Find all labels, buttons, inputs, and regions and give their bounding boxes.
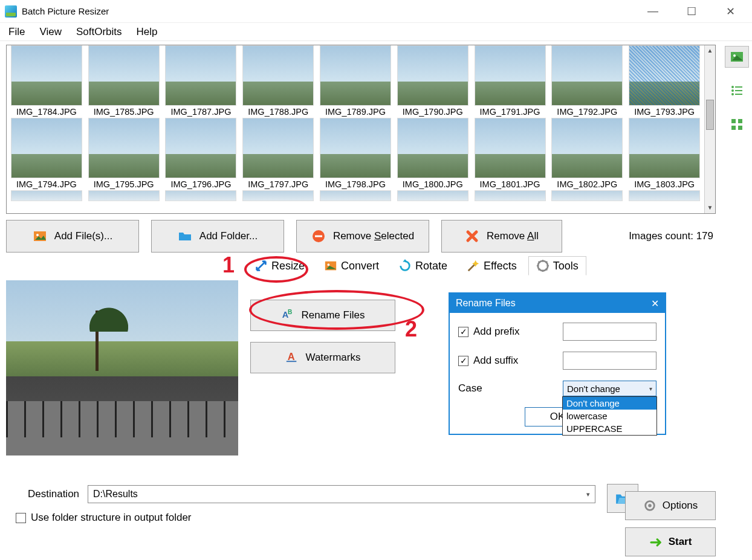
folder-icon <box>178 229 192 243</box>
thumbnail[interactable] <box>164 190 239 201</box>
tab-effects[interactable]: Effects <box>459 256 525 275</box>
grid-icon <box>730 117 744 132</box>
sidebar-grid-button[interactable] <box>725 114 749 135</box>
destination-combo[interactable]: D:\Results ▾ <box>88 485 595 503</box>
case-label: Case <box>458 382 556 394</box>
menu-help[interactable]: Help <box>131 25 164 39</box>
remove-icon <box>311 229 326 243</box>
thumbnail[interactable] <box>9 190 84 201</box>
dialog-close-icon[interactable]: ✕ <box>651 298 659 309</box>
thumbnail[interactable] <box>86 190 161 201</box>
tab-resize[interactable]: Resize <box>247 256 313 275</box>
thumbnail-scrollbar[interactable]: ▲ ▼ <box>704 45 715 213</box>
watermarks-button[interactable]: A Watermarks <box>250 342 395 373</box>
thumbnail-label: IMG_1791.JPG <box>480 107 540 117</box>
delete-icon <box>465 229 479 243</box>
tab-convert[interactable]: Convert <box>316 256 387 275</box>
thumbnail[interactable]: IMG_1800.JPG <box>395 118 470 189</box>
tab-rotate[interactable]: Rotate <box>391 256 455 275</box>
suffix-input[interactable] <box>563 352 656 370</box>
start-button[interactable]: ➜ Start <box>625 527 716 556</box>
thumbnail[interactable]: IMG_1785.JPG <box>86 45 161 117</box>
add-folder-button[interactable]: Add Folder... <box>151 220 284 253</box>
folder-structure-checkbox[interactable] <box>16 513 26 523</box>
thumbnail[interactable]: IMG_1802.JPG <box>549 118 624 189</box>
sidebar-thumbnails-button[interactable] <box>725 46 749 68</box>
svg-point-25 <box>731 93 734 95</box>
add-files-button[interactable]: Add File(s)... <box>6 220 139 253</box>
case-option-uppercase[interactable]: UPPERCASE <box>563 422 656 435</box>
thumbnail[interactable] <box>318 190 393 201</box>
minimize-button[interactable]: — <box>641 5 665 18</box>
tools-panel: AB Rename Files A Watermarks Rename File… <box>250 280 716 455</box>
maximize-button[interactable]: ☐ <box>679 5 704 18</box>
thumbnail[interactable]: IMG_1794.JPG <box>9 118 84 189</box>
svg-point-20 <box>648 504 652 507</box>
prefix-input[interactable] <box>563 323 656 341</box>
svg-text:B: B <box>288 309 292 315</box>
app-icon <box>5 5 17 18</box>
remove-all-button[interactable]: Remove All <box>441 220 562 253</box>
remove-all-label: Remove All <box>487 230 539 242</box>
add-files-label: Add File(s)... <box>54 230 112 242</box>
scroll-up-icon[interactable]: ▲ <box>705 45 715 56</box>
thumbnail[interactable]: IMG_1788.JPG <box>241 45 316 117</box>
tab-tools[interactable]: Tools <box>528 256 586 275</box>
add-suffix-checkbox[interactable]: Add suffix <box>458 355 556 367</box>
thumbnail[interactable]: IMG_1795.JPG <box>86 118 161 189</box>
chevron-down-icon: ▾ <box>649 385 652 392</box>
thumbnail[interactable]: IMG_1793.JPG <box>627 45 702 117</box>
thumbnail[interactable]: IMG_1789.JPG <box>318 45 393 117</box>
remove-selected-label: Remove Selected <box>333 230 414 242</box>
thumbnail-label: IMG_1798.JPG <box>325 179 386 189</box>
options-button[interactable]: Options <box>625 491 716 520</box>
thumbnail[interactable]: IMG_1796.JPG <box>164 118 239 189</box>
thumbnail-pane: IMG_1784.JPGIMG_1785.JPGIMG_1787.JPGIMG_… <box>6 45 716 214</box>
thumbnail[interactable]: IMG_1791.JPG <box>473 45 548 117</box>
thumbnail-label: IMG_1794.JPG <box>16 179 77 189</box>
add-prefix-checkbox[interactable]: Add prefix <box>458 326 556 338</box>
svg-point-24 <box>731 89 734 92</box>
thumbnail[interactable] <box>549 190 624 201</box>
thumbnail[interactable]: IMG_1784.JPG <box>9 45 84 117</box>
thumbnail-label: IMG_1787.JPG <box>170 107 231 117</box>
thumbnail[interactable]: IMG_1801.JPG <box>473 118 548 189</box>
menu-softorbits[interactable]: SoftOrbits <box>70 25 128 39</box>
sidebar-list-button[interactable] <box>725 80 749 101</box>
menu-file[interactable]: File <box>2 25 31 39</box>
image-icon <box>730 50 744 64</box>
thumbnail[interactable]: IMG_1792.JPG <box>549 45 624 117</box>
menu-view[interactable]: View <box>33 25 68 39</box>
scroll-thumb[interactable] <box>706 100 714 130</box>
thumbnail-label: IMG_1795.JPG <box>94 179 154 189</box>
convert-icon <box>324 259 337 272</box>
svg-point-5 <box>328 263 330 266</box>
thumbnail[interactable]: IMG_1803.JPG <box>627 118 702 189</box>
close-button[interactable]: ✕ <box>718 5 742 18</box>
gear-icon <box>643 499 656 512</box>
remove-selected-button[interactable]: Remove Selected <box>296 220 429 253</box>
thumbnail[interactable]: IMG_1790.JPG <box>395 45 470 117</box>
thumbnail[interactable]: IMG_1797.JPG <box>241 118 316 189</box>
chevron-down-icon: ▾ <box>586 491 590 498</box>
thumbnail-label: IMG_1802.JPG <box>557 179 617 189</box>
scroll-down-icon[interactable]: ▼ <box>705 202 715 213</box>
annotation-1: 1 <box>222 253 235 278</box>
case-option-lowercase[interactable]: lowercase <box>563 410 656 422</box>
dialog-title: Rename Files <box>456 298 516 309</box>
case-select[interactable]: Don't change ▾ <box>563 381 656 396</box>
thumbnail-label: IMG_1792.JPG <box>557 107 617 117</box>
thumbnail-label: IMG_1788.JPG <box>248 107 308 117</box>
watermark-icon: A <box>285 350 299 366</box>
thumbnail-label: IMG_1803.JPG <box>634 179 695 189</box>
svg-rect-3 <box>315 236 322 237</box>
rename-files-button[interactable]: AB Rename Files <box>250 300 395 331</box>
thumbnail[interactable]: IMG_1787.JPG <box>164 45 239 117</box>
thumbnail[interactable] <box>627 190 702 201</box>
thumbnail[interactable]: IMG_1798.JPG <box>318 118 393 189</box>
annotation-2: 2 <box>405 317 417 342</box>
thumbnail[interactable] <box>241 190 316 201</box>
thumbnail[interactable] <box>473 190 548 201</box>
case-option-dont-change[interactable]: Don't change <box>563 397 656 410</box>
thumbnail[interactable] <box>395 190 470 201</box>
